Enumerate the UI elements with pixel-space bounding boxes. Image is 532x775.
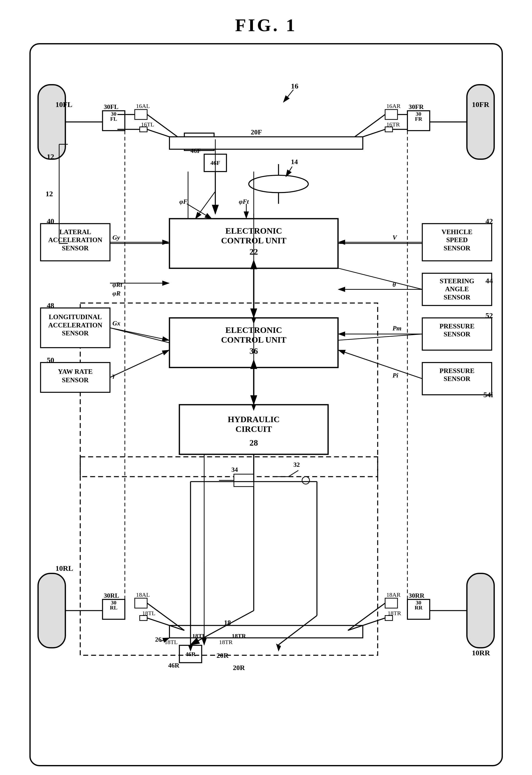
svg-text:12: 12	[47, 152, 54, 161]
svg-text:18AL: 18AL	[136, 592, 150, 598]
svg-rect-14	[135, 109, 147, 119]
svg-text:SENSOR: SENSOR	[62, 376, 89, 384]
svg-text:30RR: 30RR	[408, 592, 424, 599]
svg-text:20F: 20F	[251, 128, 262, 136]
svg-text:LATERAL: LATERAL	[59, 228, 91, 236]
svg-text:18TL: 18TL	[142, 610, 155, 616]
svg-text:40: 40	[47, 217, 54, 225]
svg-text:Pi: Pi	[392, 372, 398, 379]
svg-text:PRESSURE: PRESSURE	[439, 322, 474, 330]
svg-text:16TL: 16TL	[141, 121, 154, 128]
svg-rect-93	[385, 598, 397, 608]
svg-text:FL: FL	[110, 116, 117, 122]
svg-rect-3	[467, 573, 494, 648]
svg-text:30FR: 30FR	[408, 103, 424, 110]
svg-text:46R: 46R	[168, 662, 179, 669]
svg-text:YAW RATE: YAW RATE	[58, 368, 92, 375]
svg-text:SENSOR: SENSOR	[444, 330, 470, 338]
svg-text:SPEED: SPEED	[446, 236, 468, 244]
svg-text:RL: RL	[110, 605, 117, 611]
svg-rect-18	[385, 109, 397, 119]
svg-point-112	[302, 477, 309, 484]
svg-text:26: 26	[155, 636, 161, 643]
svg-text:10RL: 10RL	[55, 564, 73, 572]
svg-text:CIRCUIT: CIRCUIT	[235, 425, 272, 434]
svg-rect-0	[38, 85, 65, 159]
svg-text:46F: 46F	[190, 147, 201, 154]
svg-text:10FR: 10FR	[472, 100, 489, 108]
svg-line-136	[286, 166, 292, 176]
svg-line-111	[288, 471, 298, 477]
svg-rect-91	[135, 598, 147, 608]
svg-text:RR: RR	[414, 605, 422, 611]
svg-text:42: 42	[485, 217, 493, 225]
svg-line-183	[338, 350, 422, 378]
svg-text:Gx: Gx	[112, 320, 120, 327]
svg-rect-2	[38, 573, 65, 648]
svg-text:10FL: 10FL	[55, 100, 72, 108]
svg-text:10RR: 10RR	[472, 649, 490, 657]
svg-text:50: 50	[47, 356, 54, 364]
svg-text:20R: 20R	[233, 664, 245, 672]
svg-line-96	[147, 603, 184, 630]
svg-text:14: 14	[291, 158, 298, 166]
svg-text:FR: FR	[415, 116, 422, 122]
svg-line-180	[110, 328, 169, 343]
svg-text:16TR: 16TR	[386, 121, 400, 128]
svg-text:PRESSURE: PRESSURE	[439, 367, 474, 374]
svg-text:V: V	[392, 234, 397, 241]
svg-rect-108	[234, 474, 254, 487]
svg-text:18: 18	[224, 619, 231, 626]
svg-text:18TR: 18TR	[387, 610, 401, 616]
svg-line-182	[338, 334, 422, 340]
svg-text:54i: 54i	[483, 391, 493, 399]
svg-text:16AR: 16AR	[386, 103, 400, 109]
svg-line-99	[348, 618, 385, 630]
svg-point-29	[249, 175, 308, 193]
svg-line-147	[187, 204, 211, 219]
svg-text:Pm: Pm	[392, 325, 401, 332]
svg-text:φF: φF	[179, 198, 187, 205]
svg-line-98	[147, 618, 184, 630]
svg-text:52: 52	[485, 311, 493, 319]
svg-text:SENSOR: SENSOR	[62, 329, 89, 337]
svg-rect-1	[467, 85, 494, 159]
svg-text:HYDRAULIC: HYDRAULIC	[228, 415, 280, 424]
svg-text:32: 32	[293, 461, 300, 468]
svg-text:VEHICLE: VEHICLE	[442, 228, 472, 236]
svg-text:46R: 46R	[185, 651, 196, 657]
svg-text:48: 48	[47, 301, 54, 309]
svg-text:30FL: 30FL	[104, 103, 118, 110]
svg-text:16AL: 16AL	[136, 103, 150, 109]
svg-text:12: 12	[45, 189, 53, 198]
svg-text:LONGITUDINAL: LONGITUDINAL	[49, 313, 102, 321]
svg-text:18TL: 18TL	[164, 639, 178, 645]
svg-line-134	[283, 90, 293, 102]
svg-text:Gy: Gy	[112, 234, 120, 241]
svg-text:ANGLE: ANGLE	[445, 285, 469, 293]
svg-text:φRt: φRt	[112, 281, 122, 288]
svg-line-179	[338, 268, 422, 289]
svg-text:SENSOR: SENSOR	[444, 375, 470, 382]
svg-text:18TR: 18TR	[232, 633, 246, 639]
svg-line-181	[110, 350, 169, 377]
svg-text:SENSOR: SENSOR	[444, 293, 470, 301]
svg-text:ACCELERATION: ACCELERATION	[48, 236, 102, 244]
svg-text:φR: φR	[112, 290, 120, 297]
svg-text:20R: 20R	[217, 652, 229, 659]
svg-text:16: 16	[291, 82, 298, 90]
svg-text:SENSOR: SENSOR	[444, 244, 470, 252]
svg-text:28: 28	[249, 438, 258, 447]
svg-text:44: 44	[485, 276, 493, 285]
diagram-container: 30 FL 30 FR 46F	[29, 43, 503, 766]
svg-text:ACCELERATION: ACCELERATION	[48, 321, 102, 329]
svg-line-97	[348, 603, 385, 630]
svg-text:18TR: 18TR	[219, 639, 232, 645]
svg-text:18AR: 18AR	[386, 592, 400, 598]
svg-text:30RL: 30RL	[104, 592, 119, 599]
svg-text:φFt: φFt	[239, 198, 249, 205]
svg-text:SENSOR: SENSOR	[62, 244, 89, 252]
svg-text:STEERING: STEERING	[440, 277, 474, 285]
page-title: FIG. 1	[0, 0, 532, 43]
diagram-svg: 30 FL 30 FR 46F	[31, 44, 502, 765]
